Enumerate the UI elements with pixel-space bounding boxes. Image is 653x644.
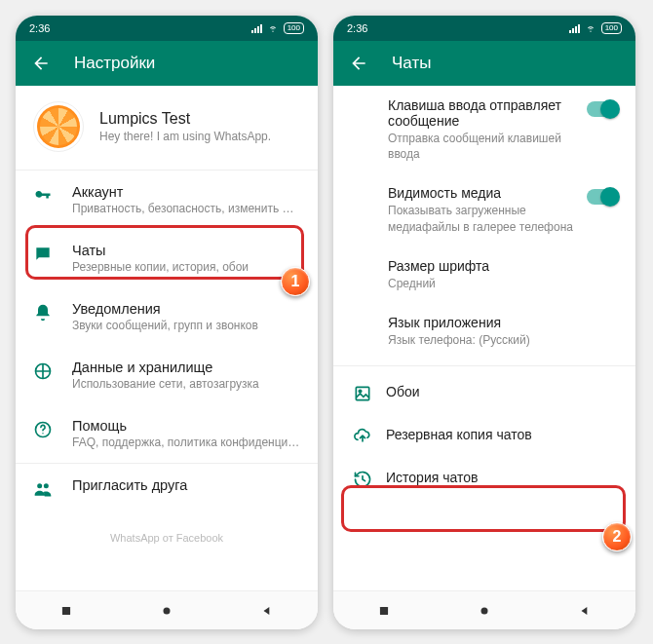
badge-1: 1 bbox=[281, 267, 310, 296]
setting-sub: Язык телефона: (Русский) bbox=[388, 332, 618, 348]
footer-text: WhatsApp от Facebook bbox=[16, 512, 318, 553]
status-time: 2:36 bbox=[347, 22, 367, 34]
nav-home-icon[interactable] bbox=[160, 604, 173, 618]
nav-back-icon[interactable] bbox=[578, 604, 592, 618]
battery-icon: 100 bbox=[601, 22, 622, 34]
list-item-sub: Звуки сообщений, групп и звонков bbox=[72, 319, 300, 332]
app-bar: Настройки bbox=[16, 41, 318, 86]
help-icon bbox=[33, 420, 53, 439]
svg-point-8 bbox=[359, 390, 362, 393]
svg-rect-5 bbox=[62, 606, 70, 614]
setting-enter-sends[interactable]: Клавиша ввода отправляет сообщениеОтправ… bbox=[333, 86, 635, 173]
wallpaper-icon bbox=[353, 384, 372, 403]
bell-icon bbox=[33, 303, 53, 322]
signal-icon bbox=[251, 23, 262, 33]
badge-2: 2 bbox=[602, 522, 632, 551]
back-button[interactable] bbox=[31, 54, 51, 73]
list-item-title: Уведомления bbox=[72, 301, 300, 317]
wifi-icon bbox=[266, 23, 280, 33]
key-icon bbox=[33, 186, 53, 206]
settings-content: Lumpics Test Hey there! I am using Whats… bbox=[16, 86, 318, 590]
setting-title: История чатов bbox=[386, 470, 618, 485]
toggle-switch[interactable] bbox=[587, 101, 618, 117]
status-bar: 2:36 100 bbox=[16, 16, 318, 41]
svg-rect-9 bbox=[380, 606, 388, 614]
setting-backup[interactable]: Резервная копия чатов bbox=[333, 415, 635, 458]
people-icon bbox=[33, 479, 53, 499]
battery-icon: 100 bbox=[284, 22, 304, 34]
profile-name: Lumpics Test bbox=[99, 110, 271, 128]
nav-recents-icon[interactable] bbox=[377, 604, 391, 618]
app-bar: Чаты bbox=[333, 41, 635, 86]
wifi-icon bbox=[584, 23, 597, 33]
nav-recents-icon[interactable] bbox=[59, 604, 73, 618]
status-right: 100 bbox=[569, 22, 622, 34]
setting-wallpaper[interactable]: Обои bbox=[333, 372, 635, 415]
settings-item-help[interactable]: ПомощьFAQ, поддержка, политика конфиденц… bbox=[16, 404, 318, 463]
list-item-sub: Использование сети, автозагрузка bbox=[72, 377, 300, 391]
status-bar: 2:36 100 bbox=[333, 16, 635, 41]
nav-back-icon[interactable] bbox=[260, 604, 274, 618]
settings-item-notifications[interactable]: УведомленияЗвуки сообщений, групп и звон… bbox=[16, 287, 318, 346]
svg-rect-7 bbox=[356, 387, 368, 399]
signal-icon bbox=[569, 23, 580, 33]
setting-font-size[interactable]: Размер шрифтаСредний bbox=[333, 246, 635, 303]
list-item-sub: Приватность, безопасность, изменить номе… bbox=[72, 202, 300, 215]
settings-item-data[interactable]: Данные и хранилищеИспользование сети, ав… bbox=[16, 346, 318, 404]
setting-title: Язык приложения bbox=[388, 315, 618, 330]
setting-title: Резервная копия чатов bbox=[386, 427, 618, 442]
svg-point-6 bbox=[163, 607, 170, 614]
list-item-title: Аккаунт bbox=[72, 184, 300, 200]
appbar-title: Чаты bbox=[392, 54, 431, 73]
back-button[interactable] bbox=[349, 54, 368, 73]
setting-title: Видимость медиа bbox=[388, 185, 573, 201]
status-time: 2:36 bbox=[29, 22, 50, 34]
profile-status: Hey there! I am using WhatsApp. bbox=[99, 130, 271, 143]
phone-settings: 2:36 100 Настройки Lumpics Test Hey ther… bbox=[16, 16, 318, 629]
list-item-title: Помощь bbox=[72, 418, 300, 434]
status-right: 100 bbox=[251, 22, 304, 34]
setting-title: Размер шрифта bbox=[388, 258, 618, 274]
setting-title: Клавиша ввода отправляет сообщение bbox=[388, 97, 573, 129]
setting-title: Обои bbox=[386, 384, 618, 399]
appbar-title: Настройки bbox=[74, 54, 155, 73]
settings-item-chats[interactable]: ЧатыРезервные копии, история, обои bbox=[16, 229, 318, 287]
setting-chat-history[interactable]: История чатов bbox=[333, 458, 635, 501]
svg-point-10 bbox=[480, 607, 487, 614]
android-navbar bbox=[333, 590, 635, 629]
list-item-title: Пригласить друга bbox=[72, 477, 300, 493]
list-item-title: Данные и хранилище bbox=[72, 360, 300, 375]
avatar bbox=[33, 101, 84, 152]
chat-icon bbox=[33, 245, 53, 264]
setting-media-visibility[interactable]: Видимость медиаПоказывать загруженные ме… bbox=[333, 173, 635, 246]
setting-app-language[interactable]: Язык приложенияЯзык телефона: (Русский) bbox=[333, 303, 635, 360]
cloud-upload-icon bbox=[353, 427, 372, 446]
settings-item-account[interactable]: АккаунтПриватность, безопасность, измени… bbox=[16, 170, 318, 229]
settings-item-invite[interactable]: Пригласить друга bbox=[16, 464, 318, 512]
history-icon bbox=[353, 470, 372, 489]
chats-content: Клавиша ввода отправляет сообщениеОтправ… bbox=[333, 86, 635, 590]
setting-sub: Отправка сообщений клавишей ввода bbox=[388, 131, 573, 162]
phone-chats: 2:36 100 Чаты Клавиша ввода отправляет с… bbox=[333, 16, 635, 629]
svg-point-2 bbox=[42, 433, 43, 434]
list-item-title: Чаты bbox=[72, 243, 300, 258]
toggle-switch[interactable] bbox=[587, 189, 618, 205]
list-item-sub: FAQ, поддержка, политика конфиденциал... bbox=[72, 436, 300, 449]
data-icon bbox=[33, 361, 53, 381]
list-item-sub: Резервные копии, история, обои bbox=[72, 260, 300, 274]
nav-home-icon[interactable] bbox=[478, 604, 491, 618]
android-navbar bbox=[16, 590, 318, 629]
profile-row[interactable]: Lumpics Test Hey there! I am using Whats… bbox=[16, 86, 318, 170]
svg-point-4 bbox=[44, 483, 49, 488]
setting-sub: Показывать загруженные медиафайлы в гале… bbox=[388, 203, 573, 234]
setting-sub: Средний bbox=[388, 276, 618, 291]
svg-point-3 bbox=[37, 483, 42, 488]
